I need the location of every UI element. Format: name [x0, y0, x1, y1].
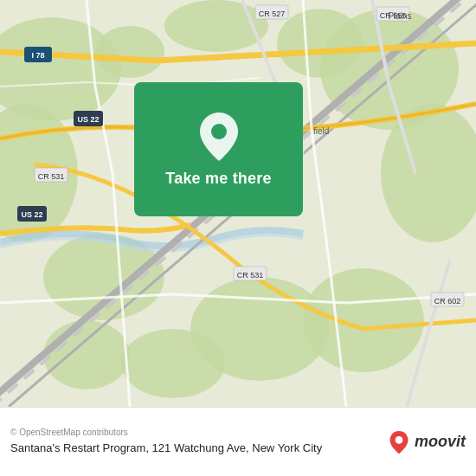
cr602-label: CR 602	[434, 297, 461, 306]
cr527-label: CR 527	[259, 10, 286, 18]
svg-point-22	[396, 436, 403, 444]
address-text: Santana's Restart Program, 121 Watchung …	[10, 441, 387, 456]
svg-point-8	[121, 329, 225, 398]
moovit-brand-text: moovit	[415, 433, 466, 451]
svg-point-21	[211, 124, 227, 139]
copyright-text: © OpenStreetMap contributors	[10, 428, 387, 437]
plains-label: Plains	[388, 11, 411, 21]
i78-label: I 78	[31, 51, 44, 60]
address-section: © OpenStreetMap contributors Santana's R…	[10, 428, 387, 456]
svg-point-12	[95, 26, 164, 78]
moovit-pin-icon	[387, 430, 411, 454]
bottom-info-bar: © OpenStreetMap contributors Santana's R…	[0, 407, 476, 476]
location-pin-icon	[196, 111, 242, 163]
take-me-there-label: Take me there	[165, 170, 271, 188]
cr531-left-label: CR 531	[38, 172, 65, 181]
take-me-there-button[interactable]: Take me there	[134, 82, 303, 216]
svg-point-9	[43, 320, 130, 389]
moovit-logo: moovit	[387, 430, 466, 454]
cr531-center-label: CR 531	[237, 271, 264, 280]
field-label: field	[313, 126, 329, 136]
us22-lower-label: US 22	[21, 210, 42, 219]
us22-upper-label: US 22	[77, 115, 99, 124]
svg-point-10	[277, 9, 363, 78]
